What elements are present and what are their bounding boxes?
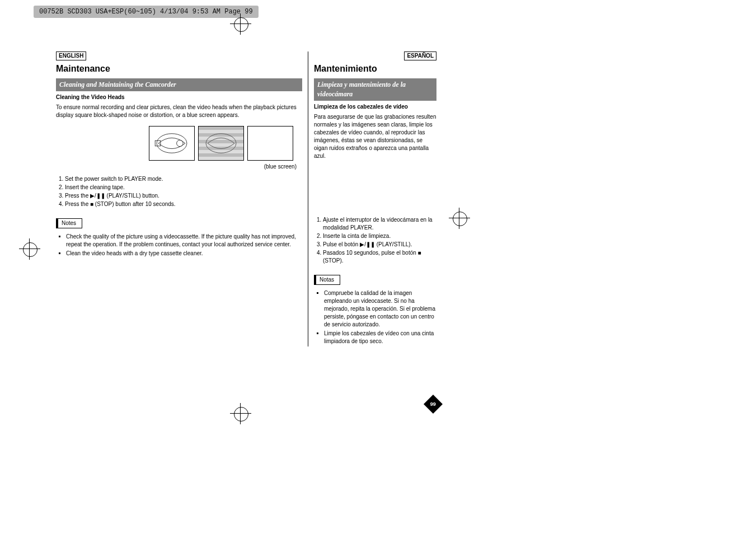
page-number: 99 xyxy=(430,401,436,408)
svg-point-0 xyxy=(157,134,187,153)
steps-list-spanish: Ajuste el interruptor de la videocámara … xyxy=(314,216,436,265)
step-item: Insert the cleaning tape. xyxy=(65,184,302,191)
crop-mark-right xyxy=(451,210,468,227)
sketch-icon xyxy=(202,130,240,157)
lang-label-english: ENGLISH xyxy=(56,51,86,60)
column-english: ENGLISH Maintenance Cleaning and Maintai… xyxy=(56,51,308,346)
figure-row xyxy=(145,126,297,161)
notes-label-english: Notes xyxy=(56,218,82,228)
notes-label-spanish: Notas xyxy=(314,275,340,285)
step-item: Press the ▶/❚❚ (PLAY/STILL) button. xyxy=(65,192,302,200)
content-area: ENGLISH Maintenance Cleaning and Maintai… xyxy=(56,51,436,346)
step-item: Pasados 10 segundos, pulse el botón ■ (S… xyxy=(323,249,436,265)
sketch-icon xyxy=(153,130,191,157)
figure-caption: (blue screen) xyxy=(145,163,302,171)
subtitle-bar-english: Cleaning and Maintaining the Camcorder xyxy=(56,78,302,91)
step-item: Ajuste el interruptor de la videocámara … xyxy=(323,216,436,232)
lang-label-spanish: ESPAÑOL xyxy=(404,51,436,60)
page-wrap: 00752B SCD303 USA+ESP(60~105) 4/13/04 9:… xyxy=(0,0,756,534)
title-spanish: Mantenimiento xyxy=(314,63,436,75)
note-item: Limpie los cabezales de vídeo con una ci… xyxy=(324,330,436,345)
crop-mark-left xyxy=(21,241,38,257)
step-item: Press the ■ (STOP) button after 10 secon… xyxy=(65,200,302,208)
step-item: Inserte la cinta de limpieza. xyxy=(323,232,436,240)
figure-clean xyxy=(149,126,195,161)
subheading-english: Cleaning the Video Heads xyxy=(56,93,302,101)
figure-distorted xyxy=(198,126,244,161)
step-item: Pulse el botón ▶/❚❚ (PLAY/STILL). xyxy=(323,241,436,249)
subtitle-bar-spanish: Limpieza y mantenimiento de la videocáma… xyxy=(314,78,436,101)
step-item: Set the power switch to PLAYER mode. xyxy=(65,175,302,183)
intro-text-spanish: Para asegurarse de que las grabaciones r… xyxy=(314,113,436,160)
notes-list-spanish: Compruebe la calidad de la imagen emplea… xyxy=(314,289,436,345)
crop-mark-bottom xyxy=(232,405,249,422)
notes-list-english: Check the quality of the picture using a… xyxy=(56,233,302,257)
column-spanish: ESPAÑOL Mantenimiento Limpieza y manteni… xyxy=(308,51,436,346)
note-item: Clean the video heads with a dry type ca… xyxy=(66,250,302,257)
intro-text-english: To ensure normal recording and clear pic… xyxy=(56,104,302,119)
svg-rect-1 xyxy=(155,140,161,146)
print-header: 00752B SCD303 USA+ESP(60~105) 4/13/04 9:… xyxy=(34,6,259,18)
crop-mark-top xyxy=(232,16,249,32)
svg-point-2 xyxy=(177,140,184,147)
page-number-badge: 99 xyxy=(424,395,443,414)
title-english: Maintenance xyxy=(56,63,302,75)
steps-list-english: Set the power switch to PLAYER mode. Ins… xyxy=(56,175,302,208)
subheading-spanish: Limpieza de los cabezales de vídeo xyxy=(314,103,436,111)
note-item: Compruebe la calidad de la imagen emplea… xyxy=(324,289,436,329)
svg-point-3 xyxy=(206,134,236,153)
figure-blue-screen xyxy=(247,126,293,161)
note-item: Check the quality of the picture using a… xyxy=(66,233,302,249)
